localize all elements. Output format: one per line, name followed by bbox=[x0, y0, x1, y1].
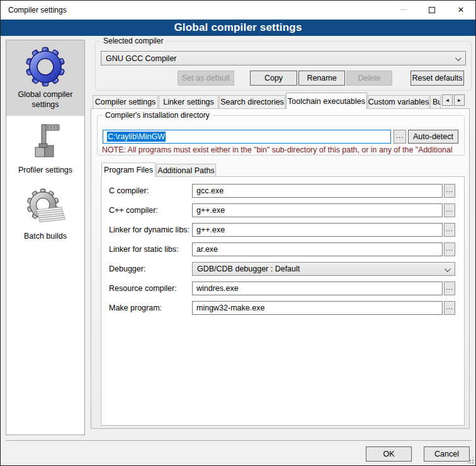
caliper-icon bbox=[25, 122, 65, 162]
static-linker-input[interactable] bbox=[192, 242, 443, 256]
installation-directory-value: C:\raylib\MinGW bbox=[107, 132, 166, 142]
rename-button[interactable]: Rename bbox=[298, 71, 345, 86]
page-header: Global compiler settings bbox=[1, 20, 475, 36]
sidebar-item-batch-builds[interactable]: Batch builds bbox=[6, 182, 84, 248]
tab-custom-variables[interactable]: Custom variables bbox=[368, 95, 429, 109]
resource-compiler-label: Resource compiler: bbox=[109, 284, 177, 293]
program-files-panel: C compiler: ... C++ compiler: ... Linker… bbox=[101, 176, 465, 426]
debugger-select[interactable]: GDB/CDB debugger : Default bbox=[192, 262, 455, 276]
ok-button[interactable]: OK bbox=[366, 446, 412, 462]
selected-compiler-group: Selected compiler GNU GCC Compiler Set a… bbox=[95, 41, 472, 91]
dynamic-linker-browse-button[interactable]: ... bbox=[444, 223, 455, 237]
resource-compiler-browse-button[interactable]: ... bbox=[444, 281, 455, 295]
sidebar-item-profiler-settings[interactable]: Profiler settings bbox=[6, 116, 84, 182]
delete-button[interactable]: Delete bbox=[346, 71, 392, 86]
maximize-icon bbox=[429, 7, 435, 13]
c-compiler-label: C compiler: bbox=[109, 186, 149, 195]
c-compiler-input[interactable] bbox=[192, 184, 443, 198]
tab-scroll-left-icon[interactable]: ◄ bbox=[442, 94, 453, 106]
gear-paper-stack-icon bbox=[25, 188, 65, 229]
auto-detect-button[interactable]: Auto-detect bbox=[408, 130, 458, 144]
cpp-compiler-label: C++ compiler: bbox=[109, 206, 158, 215]
tab-scroll-right-icon[interactable]: ► bbox=[454, 94, 465, 106]
page-title: Global compiler settings bbox=[174, 21, 302, 34]
title-bar[interactable]: Compiler settings ✕ bbox=[1, 1, 475, 20]
window-title: Compiler settings bbox=[8, 6, 67, 14]
tab-compiler-settings[interactable]: Compiler settings bbox=[93, 95, 158, 109]
minimize-button[interactable] bbox=[388, 1, 417, 19]
chevron-down-icon bbox=[445, 266, 451, 272]
installation-directory-input[interactable]: C:\raylib\MinGW bbox=[103, 130, 391, 144]
compiler-settings-dialog: Compiler settings ✕ Global compiler sett… bbox=[0, 0, 476, 466]
chevron-down-icon bbox=[455, 55, 462, 61]
tab-build-options[interactable]: Build options bbox=[430, 95, 441, 109]
c-compiler-browse-button[interactable]: ... bbox=[444, 184, 455, 198]
sidebar-item-label: Batch builds bbox=[9, 232, 82, 242]
selected-compiler-group-label: Selected compiler bbox=[101, 37, 166, 45]
installation-directory-group-label: Compiler's installation directory bbox=[103, 111, 212, 120]
make-program-input[interactable] bbox=[192, 301, 443, 315]
reset-defaults-button[interactable]: Reset defaults bbox=[411, 71, 464, 86]
footer-divider bbox=[6, 440, 472, 441]
sidebar-item-label: Profiler settings bbox=[9, 166, 82, 176]
make-program-browse-button[interactable]: ... bbox=[444, 301, 455, 315]
blue-gear-icon bbox=[25, 47, 65, 87]
static-linker-label: Linker for static libs: bbox=[109, 245, 178, 254]
tab-additional-paths[interactable]: Additional Paths bbox=[156, 164, 216, 177]
settings-category-list: Global compiler settings Profiler settin… bbox=[6, 40, 85, 435]
resource-compiler-input[interactable] bbox=[192, 281, 443, 295]
note-text: NOTE: All programs must exist either in … bbox=[102, 145, 460, 154]
cpp-compiler-input[interactable] bbox=[192, 203, 443, 217]
sidebar-item-label: Global compiler settings bbox=[9, 90, 82, 110]
set-as-default-button[interactable]: Set as default bbox=[178, 71, 234, 86]
debugger-select-value: GDB/CDB debugger : Default bbox=[197, 264, 300, 273]
cancel-button[interactable]: Cancel bbox=[424, 446, 470, 462]
tab-toolchain-executables[interactable]: Toolchain executables bbox=[286, 93, 367, 109]
sidebar-item-global-compiler-settings[interactable]: Global compiler settings bbox=[6, 40, 84, 116]
copy-button[interactable]: Copy bbox=[250, 71, 297, 86]
tab-program-files[interactable]: Program Files bbox=[101, 162, 156, 177]
minimize-icon bbox=[400, 9, 407, 10]
tab-linker-settings[interactable]: Linker settings bbox=[159, 95, 218, 109]
compiler-select[interactable]: GNU GCC Compiler bbox=[101, 51, 466, 65]
cpp-compiler-browse-button[interactable]: ... bbox=[444, 203, 455, 217]
tab-search-directories[interactable]: Search directories bbox=[219, 95, 285, 109]
close-button[interactable]: ✕ bbox=[446, 1, 475, 19]
browse-directory-button[interactable]: ... bbox=[394, 130, 406, 144]
maximize-button[interactable] bbox=[417, 1, 446, 19]
debugger-label: Debugger: bbox=[109, 264, 145, 273]
resize-grip[interactable] bbox=[467, 457, 473, 463]
dynamic-linker-input[interactable] bbox=[192, 223, 443, 237]
compiler-select-value: GNU GCC Compiler bbox=[106, 54, 177, 63]
static-linker-browse-button[interactable]: ... bbox=[444, 242, 455, 256]
close-icon: ✕ bbox=[458, 6, 465, 14]
dynamic-linker-label: Linker for dynamic libs: bbox=[109, 225, 190, 234]
make-program-label: Make program: bbox=[109, 304, 162, 312]
